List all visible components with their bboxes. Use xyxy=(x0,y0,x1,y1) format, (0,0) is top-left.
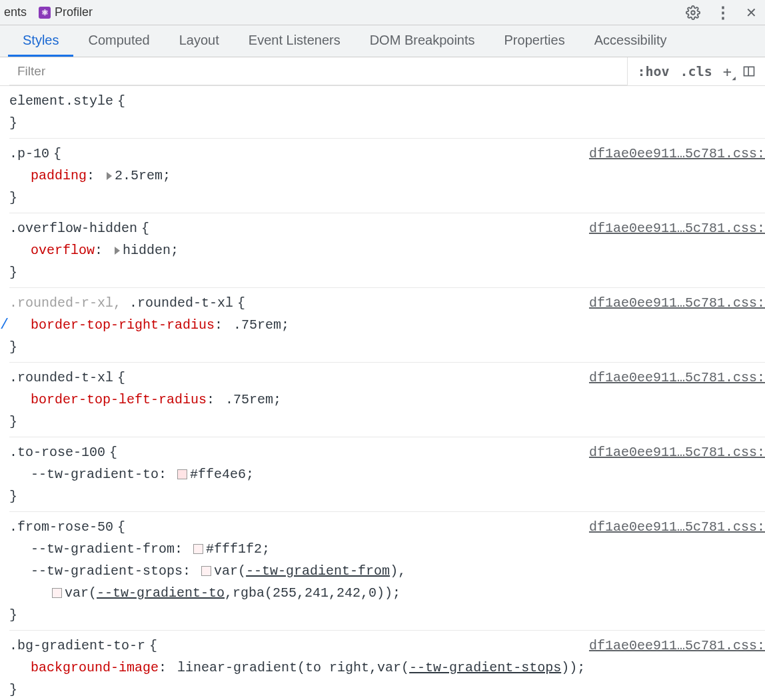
css-value[interactable]: ,rgba(255,241,242,0)); xyxy=(225,585,400,601)
css-value[interactable]: ), xyxy=(390,563,406,579)
css-property[interactable]: overflow xyxy=(31,243,95,258)
tab-properties[interactable]: Properties xyxy=(490,25,580,57)
css-selector[interactable]: .rounded-r-xl, .rounded-t-xl xyxy=(9,292,233,314)
devtools-toolbar: ents ⚛ Profiler ⋮ ✕ xyxy=(0,0,765,25)
css-value[interactable]: var( xyxy=(65,585,97,601)
styles-rules-panel: element.style{}.p-10{df1ae0ee911…5c781.c… xyxy=(0,86,765,700)
close-brace: } xyxy=(9,411,765,433)
close-brace: } xyxy=(9,187,765,209)
css-declaration[interactable]: border-top-right-radius: .75rem; xyxy=(9,314,765,336)
source-link[interactable]: df1ae0ee911…5c781.css: xyxy=(589,367,765,389)
color-swatch[interactable] xyxy=(177,469,187,479)
tab-event-listeners[interactable]: Event Listeners xyxy=(234,25,355,57)
colon: : xyxy=(183,563,199,579)
tab-computed[interactable]: Computed xyxy=(73,25,164,57)
more-icon[interactable]: ⋮ xyxy=(715,3,731,22)
css-declaration[interactable]: --tw-gradient-from: #fff1f2; xyxy=(9,538,765,560)
css-selector[interactable]: element.style xyxy=(9,90,113,112)
cls-toggle[interactable]: .cls xyxy=(680,63,712,79)
css-rule[interactable]: element.style{} xyxy=(9,86,765,139)
open-brace: { xyxy=(117,516,125,538)
filter-input[interactable] xyxy=(9,57,628,85)
css-value[interactable]: 2.5rem; xyxy=(115,168,171,183)
css-value[interactable]: linear-gradient(to right,var( xyxy=(177,660,409,675)
close-icon[interactable]: ✕ xyxy=(746,5,757,21)
close-brace: } xyxy=(9,485,765,507)
source-link[interactable]: df1ae0ee911…5c781.css: xyxy=(589,635,765,657)
tab-styles[interactable]: Styles xyxy=(8,25,73,57)
css-value[interactable]: hidden; xyxy=(123,243,179,258)
colon: : xyxy=(87,168,103,183)
css-selector[interactable]: .overflow-hidden xyxy=(9,217,137,239)
computed-panel-icon[interactable] xyxy=(742,65,756,78)
open-brace: { xyxy=(149,635,157,657)
open-brace: { xyxy=(53,143,61,165)
colon: : xyxy=(95,243,111,258)
open-brace: { xyxy=(117,367,125,389)
open-brace: { xyxy=(109,441,117,463)
color-swatch[interactable] xyxy=(52,588,62,598)
css-var-link[interactable]: --tw-gradient-from xyxy=(246,563,390,579)
css-selector[interactable]: .rounded-t-xl xyxy=(9,367,113,389)
css-declaration[interactable]: padding: 2.5rem; xyxy=(9,165,765,187)
gear-icon[interactable] xyxy=(686,5,700,20)
css-rule[interactable]: .rounded-t-xl{df1ae0ee911…5c781.css:bord… xyxy=(9,363,765,437)
source-link[interactable]: df1ae0ee911…5c781.css: xyxy=(589,441,765,463)
hov-toggle[interactable]: :hov xyxy=(637,63,669,79)
source-link[interactable]: df1ae0ee911…5c781.css: xyxy=(589,143,765,165)
close-brace: } xyxy=(9,604,765,626)
css-value[interactable]: )); xyxy=(561,660,585,675)
css-rule[interactable]: .to-rose-100{df1ae0ee911…5c781.css:--tw-… xyxy=(9,437,765,512)
expand-icon[interactable] xyxy=(107,172,112,180)
css-value[interactable]: var( xyxy=(214,563,246,579)
css-property[interactable]: border-top-right-radius xyxy=(31,317,215,333)
css-rule[interactable]: .overflow-hidden{df1ae0ee911…5c781.css:o… xyxy=(9,213,765,288)
css-declaration[interactable]: background-image: linear-gradient(to rig… xyxy=(9,657,765,679)
colon: : xyxy=(175,541,191,557)
css-var-link[interactable]: --tw-gradient-stops xyxy=(409,660,561,675)
close-brace: } xyxy=(9,112,765,134)
css-declaration[interactable]: overflow: hidden; xyxy=(9,239,765,261)
expand-icon[interactable] xyxy=(115,247,120,255)
css-var-link[interactable]: --tw-gradient-to xyxy=(97,585,225,601)
tab-accessibility[interactable]: Accessibility xyxy=(580,25,682,57)
source-link[interactable]: df1ae0ee911…5c781.css: xyxy=(589,217,765,239)
css-property[interactable]: border-top-left-radius xyxy=(31,392,207,407)
css-rule[interactable]: .p-10{df1ae0ee911…5c781.css:padding: 2.5… xyxy=(9,139,765,213)
css-property[interactable]: padding xyxy=(31,168,87,183)
css-declaration[interactable]: --tw-gradient-to: #ffe4e6; xyxy=(9,463,765,485)
styles-subtabs: Styles Computed Layout Event Listeners D… xyxy=(0,25,765,57)
open-brace: { xyxy=(141,217,149,239)
tab-dom-breakpoints[interactable]: DOM Breakpoints xyxy=(355,25,490,57)
css-selector[interactable]: .from-rose-50 xyxy=(9,516,113,538)
colon: : xyxy=(215,317,231,333)
source-link[interactable]: df1ae0ee911…5c781.css: xyxy=(589,292,765,314)
svg-point-0 xyxy=(691,11,695,15)
css-value[interactable]: #fff1f2; xyxy=(206,541,270,557)
css-rule[interactable]: .bg-gradient-to-r{df1ae0ee911…5c781.css:… xyxy=(9,631,765,700)
css-selector[interactable]: .p-10 xyxy=(9,143,49,165)
css-declaration[interactable]: border-top-left-radius: .75rem; xyxy=(9,389,765,411)
panel-tab-elements[interactable]: ents xyxy=(4,5,27,19)
css-property[interactable]: --tw-gradient-from xyxy=(31,541,175,557)
open-brace: { xyxy=(117,90,125,112)
css-selector[interactable]: .bg-gradient-to-r xyxy=(9,635,145,657)
panel-tab-profiler[interactable]: ⚛ Profiler xyxy=(39,5,93,19)
open-brace: { xyxy=(237,292,245,314)
color-swatch[interactable] xyxy=(193,544,203,554)
css-declaration[interactable]: --tw-gradient-stops: var(--tw-gradient-f… xyxy=(9,560,765,604)
css-rule[interactable]: .from-rose-50{df1ae0ee911…5c781.css:--tw… xyxy=(9,512,765,631)
color-swatch[interactable] xyxy=(201,566,211,576)
css-rule[interactable]: .rounded-r-xl, .rounded-t-xl{df1ae0ee911… xyxy=(9,288,765,363)
tab-layout[interactable]: Layout xyxy=(165,25,234,57)
css-value[interactable]: #ffe4e6; xyxy=(190,467,254,482)
colon: : xyxy=(159,467,175,482)
css-property[interactable]: --tw-gradient-stops xyxy=(31,563,183,579)
css-value[interactable]: .75rem; xyxy=(233,317,289,333)
source-link[interactable]: df1ae0ee911…5c781.css: xyxy=(589,516,765,538)
css-property[interactable]: --tw-gradient-to xyxy=(31,467,159,482)
css-selector[interactable]: .to-rose-100 xyxy=(9,441,105,463)
css-property[interactable]: background-image xyxy=(31,660,159,675)
css-value[interactable]: .75rem; xyxy=(225,392,281,407)
new-style-rule-button[interactable]: +◢ xyxy=(723,63,732,80)
